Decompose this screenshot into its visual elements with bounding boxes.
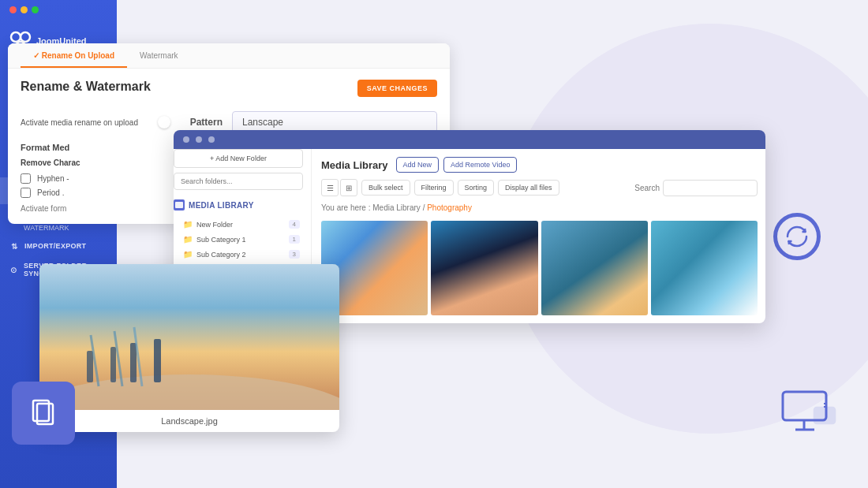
photo-svg bbox=[39, 264, 339, 410]
save-changes-button[interactable]: SAVE CHANGES bbox=[357, 80, 437, 97]
svg-point-1 bbox=[21, 32, 30, 42]
large-photo[interactable] bbox=[39, 264, 339, 410]
window-controls bbox=[0, 0, 117, 20]
folder-item-new[interactable]: 📁 New Folder 4 bbox=[174, 217, 303, 232]
filtering-button[interactable]: Filtering bbox=[414, 180, 454, 196]
large-photo-caption: Landscape.jpg bbox=[39, 410, 339, 432]
folder-icon-sub1: 📁 bbox=[183, 235, 193, 244]
grid-view-icon[interactable]: ⊞ bbox=[340, 179, 357, 196]
folder-count-new: 4 bbox=[289, 220, 300, 229]
maximize-dot[interactable] bbox=[32, 6, 39, 13]
checkbox-period[interactable] bbox=[21, 188, 31, 198]
photo-thumb-4[interactable] bbox=[651, 221, 758, 315]
display-all-files-button[interactable]: Display all files bbox=[498, 180, 559, 196]
server-icon: ⊙ bbox=[9, 265, 18, 274]
folder-name-new: New Folder bbox=[196, 221, 233, 229]
breadcrumb-root[interactable]: Media Library bbox=[372, 203, 421, 212]
folder-count-sub2: 3 bbox=[289, 250, 300, 259]
toggle-label: Activate media rename on upload bbox=[21, 118, 163, 127]
svg-rect-8 bbox=[154, 339, 161, 382]
ml-content-area: Media Library Add New Add Remote Video ☰… bbox=[312, 149, 765, 323]
ml-toolbar: Media Library Add New Add Remote Video bbox=[321, 157, 758, 173]
ml-header bbox=[174, 130, 765, 149]
folder-icon-sub2: 📁 bbox=[183, 250, 193, 259]
breadcrumb-current[interactable]: Photography bbox=[427, 203, 472, 212]
folder-search-input[interactable] bbox=[174, 173, 303, 190]
add-remote-video-button[interactable]: Add Remote Video bbox=[443, 157, 517, 173]
view-icons: ☰ ⊞ bbox=[321, 179, 357, 196]
copy-icon bbox=[28, 397, 59, 429]
ml-dot-2 bbox=[196, 136, 202, 143]
folder-name-sub1: Sub Category 1 bbox=[196, 236, 246, 244]
tab-watermark[interactable]: Watermark bbox=[127, 43, 191, 68]
svg-rect-5 bbox=[87, 351, 93, 382]
ml-title: Media Library bbox=[321, 159, 388, 171]
import-icon: ⇅ bbox=[9, 241, 19, 251]
ml-action-bar: ☰ ⊞ Bulk select Filtering Sorting Displa… bbox=[321, 179, 758, 196]
screen-icon bbox=[781, 390, 836, 434]
folder-item-sub2[interactable]: 📁 Sub Category 2 3 bbox=[174, 247, 303, 262]
rw-title: Rename & Watermark bbox=[21, 80, 151, 94]
add-new-button[interactable]: Add New bbox=[396, 157, 440, 173]
folder-count-sub1: 1 bbox=[289, 235, 300, 244]
folder-name-sub2: Sub Category 2 bbox=[196, 251, 246, 259]
photo-thumb-3[interactable] bbox=[541, 221, 648, 315]
folder-icon-new: 📁 bbox=[183, 220, 193, 229]
folder-item-sub1[interactable]: 📁 Sub Category 1 1 bbox=[174, 232, 303, 247]
svg-point-0 bbox=[11, 32, 21, 42]
folder-section-header: MEDIA LIBRARY bbox=[174, 196, 303, 214]
svg-rect-7 bbox=[130, 343, 137, 382]
screen-icon-box[interactable] bbox=[781, 390, 836, 437]
refresh-icon-circle[interactable] bbox=[773, 213, 821, 260]
add-new-folder-button[interactable]: + Add New Folder bbox=[174, 149, 303, 168]
minimize-dot[interactable] bbox=[21, 6, 28, 13]
checkbox-hyphen[interactable] bbox=[21, 173, 31, 184]
pattern-label: Pattern bbox=[190, 117, 223, 128]
svg-rect-17 bbox=[814, 408, 835, 423]
close-dot[interactable] bbox=[9, 6, 17, 13]
sidebar-item-import[interactable]: ⇅ IMPORT/EXPORT bbox=[0, 236, 117, 256]
breadcrumb-prefix: You are here : bbox=[321, 203, 370, 212]
copy-icon-box[interactable] bbox=[12, 382, 75, 445]
rw-tabs: Rename On Upload Watermark bbox=[8, 43, 450, 69]
refresh-icon bbox=[783, 222, 811, 251]
ml-dot-1 bbox=[183, 136, 189, 143]
list-view-icon[interactable]: ☰ bbox=[321, 179, 339, 196]
sorting-button[interactable]: Sorting bbox=[458, 180, 495, 196]
photo-thumb-2[interactable] bbox=[431, 221, 537, 315]
ml-search-input[interactable] bbox=[663, 180, 758, 196]
tab-rename-on-upload[interactable]: Rename On Upload bbox=[21, 43, 127, 68]
search-label: Search bbox=[634, 184, 660, 192]
search-area: Search bbox=[634, 180, 758, 196]
ml-dot-3 bbox=[208, 136, 215, 143]
bulk-select-button[interactable]: Bulk select bbox=[361, 180, 410, 196]
large-photo-panel: Landscape.jpg bbox=[39, 264, 339, 432]
photo-grid bbox=[321, 221, 758, 315]
folder-icon bbox=[174, 199, 185, 210]
breadcrumb: You are here : Media Library / Photograp… bbox=[321, 201, 758, 214]
folder-section-title: MEDIA LIBRARY bbox=[189, 201, 254, 210]
checkbox-period-label: Period . bbox=[37, 188, 64, 197]
svg-rect-6 bbox=[110, 347, 116, 382]
sidebar-label-import: IMPORT/EXPORT bbox=[24, 242, 86, 250]
checkbox-hyphen-label: Hyphen - bbox=[37, 174, 69, 183]
